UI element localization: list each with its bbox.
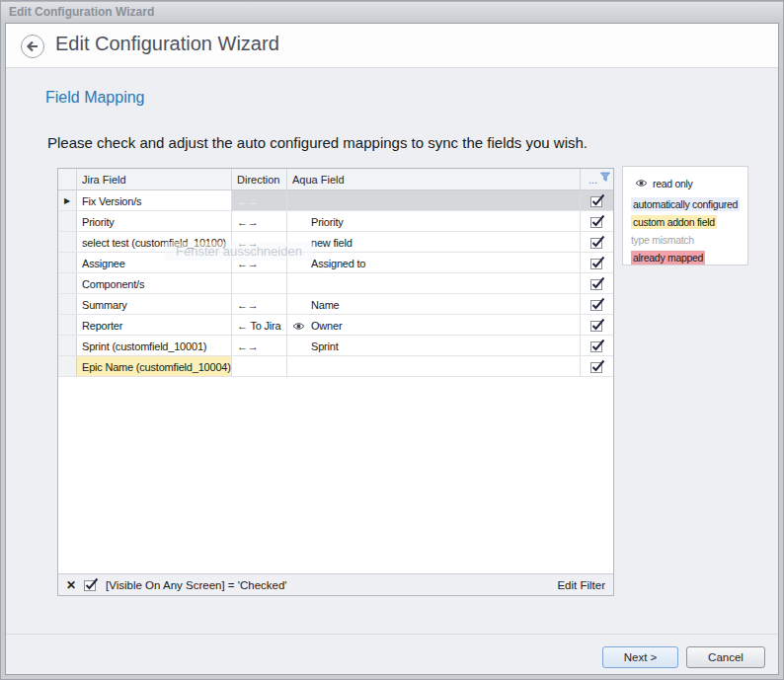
row-checkbox[interactable] [589,256,605,272]
table-row[interactable]: Assignee←→Assigned to [58,253,613,273]
jira-field-cell: Summary [77,294,232,314]
direction-cell: ← To Jira [232,315,287,335]
legend-item-label: automatically configured [631,197,740,211]
filter-expression-text: [Visible On Any Screen] = 'Checked' [106,579,287,591]
jira-field-cell: Component/s [77,273,232,293]
window-titlebar[interactable]: Edit Configuration Wizard [1,1,783,23]
visible-checkbox-cell [581,356,613,376]
direction-cell: ←→ [232,336,287,355]
field-mapping-grid: Jira Field Direction Aqua Field ... ▶Fix… [57,168,614,596]
instruction-text: Please check and adjust the auto configu… [47,134,588,151]
table-row[interactable]: Priority←→Priority [58,211,613,232]
visible-checkbox-cell [581,232,613,252]
dialog-header: Edit Configuration Wizard [6,24,778,68]
row-selector-cell [58,315,77,335]
row-checkbox[interactable] [589,214,605,231]
table-row[interactable]: Reporter← To JiraOwner [58,315,613,336]
column-header-selector [58,169,77,189]
aqua-field-cell: new field [287,232,581,252]
row-selector-cell [58,273,77,293]
clear-filter-icon[interactable]: ✕ [66,579,76,591]
grid-filter-bar: ✕ [Visible On Any Screen] = 'Checked' Ed… [58,573,613,595]
legend-item-label: read only [653,175,693,192]
cancel-button[interactable]: Cancel [686,646,765,668]
eye-icon [635,175,648,192]
visible-checkbox-cell [581,211,613,231]
visible-checkbox-cell [581,336,613,355]
jira-field-cell: Sprint (customfield_10001) [77,336,232,355]
direction-cell: ←→ [232,253,287,272]
table-row[interactable]: Epic Name (customfield_10004) [58,356,613,377]
row-checkbox[interactable] [589,276,605,293]
grid-rows: ▶Fix Version/s←→Priority←→Priorityselect… [58,190,613,377]
jira-field-cell: Epic Name (customfield_10004) [77,356,232,376]
jira-field-cell: Priority [77,211,232,231]
column-header-visible[interactable]: ... [581,169,613,189]
column-header-jira-field[interactable]: Jira Field [77,169,232,189]
table-row[interactable]: Component/s [58,273,613,294]
column-header-aqua-field[interactable]: Aqua Field [287,169,581,189]
legend-item: already mapped [631,249,747,265]
legend-item: read only [631,175,747,192]
direction-cell: ←→ [232,294,287,314]
legend-item-label: custom addon field [631,215,717,229]
row-checkbox[interactable] [589,193,605,210]
aqua-field-cell [287,273,581,293]
filter-enabled-checkbox[interactable] [83,577,99,592]
page-title: Edit Configuration Wizard [55,33,279,55]
direction-cell [232,356,287,376]
row-checkbox[interactable] [589,297,605,314]
row-selector-cell [58,294,77,314]
row-selector-cell [58,253,77,272]
mapping-legend: read onlyautomatically configuredcustom … [622,166,748,265]
visible-checkbox-cell [581,273,613,293]
aqua-field-cell [287,356,581,376]
table-row[interactable]: ▶Fix Version/s←→ [58,190,613,211]
aqua-field-cell: Owner [287,315,581,335]
back-button[interactable] [20,34,45,59]
edit-filter-link[interactable]: Edit Filter [557,579,605,591]
row-checkbox[interactable] [589,318,605,335]
next-button[interactable]: Next > [602,646,678,668]
jira-field-cell: Fix Version/s [77,190,232,210]
row-selector-cell [58,211,77,231]
eye-icon [292,321,305,333]
direction-cell: ←→ [232,211,287,231]
table-row[interactable]: Summary←→Name [58,294,613,315]
aqua-field-cell [287,190,581,210]
aqua-field-cell: Sprint [287,336,581,355]
filter-funnel-icon[interactable] [600,172,610,184]
aqua-field-cell: Assigned to [287,253,581,272]
visible-checkbox-cell [581,315,613,335]
row-checkbox[interactable] [589,235,605,252]
jira-field-cell: select test (customfield_10100) [77,232,232,252]
footer-divider [6,634,778,635]
row-checkbox[interactable] [589,339,605,355]
legend-item-label: already mapped [631,251,705,264]
aqua-field-cell: Priority [287,211,581,231]
column-header-direction[interactable]: Direction [232,169,287,189]
section-title: Field Mapping [45,89,145,107]
table-row[interactable]: select test (customfield_10100)←→new fie… [58,232,613,253]
legend-item-label: type mismatch [631,234,694,246]
jira-field-cell: Assignee [77,253,232,272]
row-marker-icon: ▶ [64,196,70,205]
wizard-dialog: Edit Configuration Wizard Field Mapping … [5,23,779,675]
edit-configuration-wizard-window: Edit Configuration Wizard Edit Configura… [0,0,784,680]
direction-cell: ←→ [232,232,287,252]
window-title: Edit Configuration Wizard [9,5,154,19]
visible-checkbox-cell [581,253,613,272]
legend-item: custom addon field [631,213,747,231]
legend-item: type mismatch [631,231,747,249]
direction-cell: ←→ [232,190,287,210]
row-selector-cell [58,336,77,355]
row-selector-cell [58,232,77,252]
direction-cell [232,273,287,293]
row-selector-cell [58,356,77,376]
visible-checkbox-cell [581,294,613,314]
row-checkbox[interactable] [589,359,605,376]
aqua-field-cell: Name [287,294,581,314]
legend-item: automatically configured [631,195,747,213]
table-row[interactable]: Sprint (customfield_10001)←→Sprint [58,336,613,356]
back-arrow-icon [20,34,45,59]
